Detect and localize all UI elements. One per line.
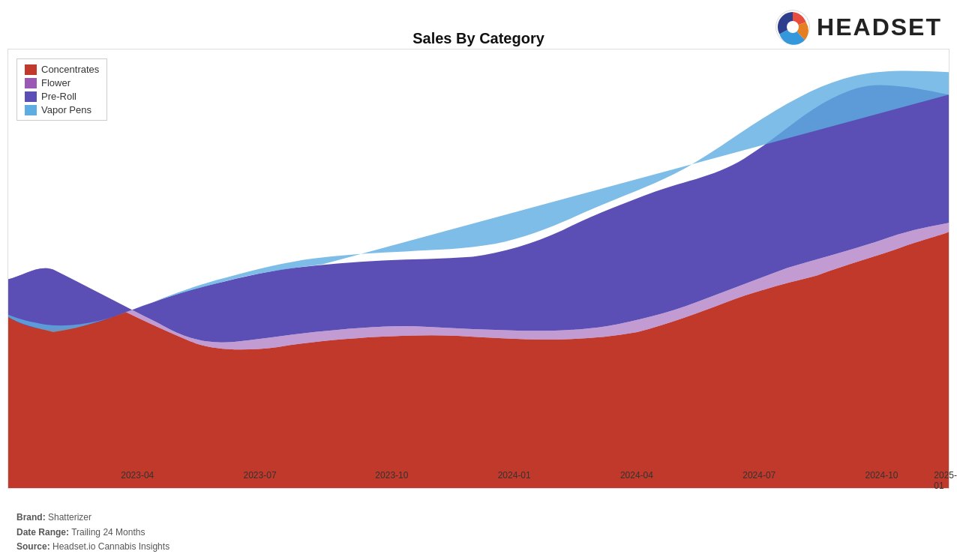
page-container: HEADSET Sales By Category Concentr: [0, 0, 957, 560]
logo-text: HEADSET: [817, 13, 942, 41]
legend-item-flower: Flower: [25, 77, 99, 88]
x-label-2023-04: 2023-04: [121, 470, 154, 481]
x-axis-labels: 2023-04 2023-07 2023-10 2024-01 2024-04 …: [8, 466, 950, 489]
svg-point-1: [787, 21, 799, 33]
x-label-2024-07: 2024-07: [742, 470, 776, 481]
x-label-2025-01: 2025-01: [934, 470, 957, 491]
concentrates-swatch: [25, 64, 37, 75]
flower-swatch: [25, 78, 37, 88]
footer-daterange: Date Range: Trailing 24 Months: [16, 526, 170, 540]
x-label-2024-10: 2024-10: [865, 470, 898, 481]
pre-roll-label: Pre-Roll: [41, 91, 76, 102]
vapor-pens-label: Vapor Pens: [41, 104, 92, 115]
chart-area: [8, 49, 950, 489]
pre-roll-swatch: [25, 91, 37, 102]
headset-logo-icon: [775, 9, 811, 45]
footer-info: Brand: Shatterizer Date Range: Trailing …: [16, 511, 170, 554]
flower-label: Flower: [41, 77, 70, 88]
chart-title: Sales By Category: [412, 30, 544, 47]
chart-svg: [8, 49, 949, 488]
concentrates-label: Concentrates: [41, 64, 99, 75]
brand-value: Shatterizer: [48, 512, 92, 523]
legend-item-vapor-pens: Vapor Pens: [25, 104, 99, 115]
source-value: Headset.io Cannabis Insights: [52, 541, 170, 552]
x-label-2023-07: 2023-07: [244, 470, 277, 481]
legend-item-pre-roll: Pre-Roll: [25, 91, 99, 102]
legend: Concentrates Flower Pre-Roll Vapor Pens: [16, 58, 107, 121]
brand-label: Brand:: [16, 512, 46, 523]
vapor-pens-swatch: [25, 105, 37, 115]
x-label-2024-01: 2024-01: [498, 470, 531, 481]
x-label-2023-10: 2023-10: [375, 470, 408, 481]
header-logo: HEADSET: [775, 9, 942, 45]
daterange-label: Date Range:: [16, 527, 69, 538]
legend-item-concentrates: Concentrates: [25, 64, 99, 75]
source-label: Source:: [16, 541, 50, 552]
daterange-value: Trailing 24 Months: [71, 527, 145, 538]
footer-brand: Brand: Shatterizer: [16, 511, 170, 525]
footer-source: Source: Headset.io Cannabis Insights: [16, 540, 170, 554]
x-label-2024-04: 2024-04: [620, 470, 653, 481]
